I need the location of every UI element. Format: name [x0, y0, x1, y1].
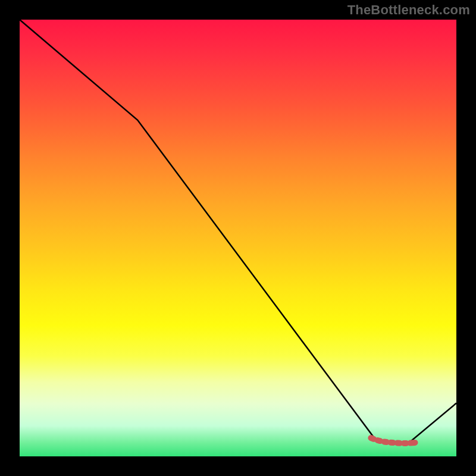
bottom-marker-series	[371, 438, 415, 443]
chart-overlay	[20, 20, 456, 456]
bottom-marker-dash	[384, 442, 387, 443]
bottom-marker-dash	[371, 438, 374, 439]
bottom-marker-dash	[378, 440, 380, 441]
watermark-text: TheBottleneck.com	[347, 2, 470, 18]
main-curve	[20, 20, 456, 443]
bottom-marker-dash	[411, 443, 415, 443]
chart-container: TheBottleneck.com	[0, 0, 476, 476]
